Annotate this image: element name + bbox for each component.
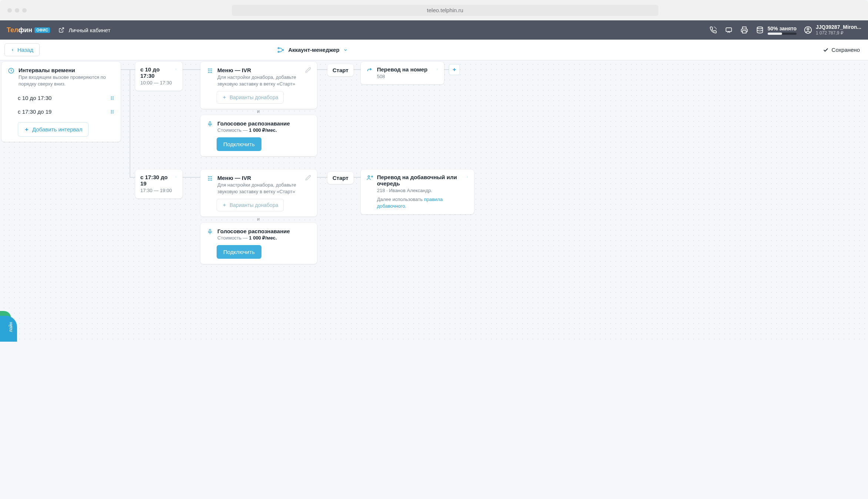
user-icon (804, 26, 812, 34)
transfer-ext-title: Перевод на добавочный или очередь (377, 174, 462, 187)
usage-bar (768, 33, 797, 35)
svg-point-18 (113, 111, 113, 112)
svg-point-36 (437, 70, 438, 70)
transfer-ext-next: Далее использовать правила добавочного. (377, 196, 462, 210)
svg-point-51 (467, 176, 468, 177)
node-transfer-extension[interactable]: Перевод на добавочный или очередь 218 · … (361, 170, 474, 214)
back-label: Назад (17, 47, 33, 53)
node-slot[interactable]: с 17:30 до 19 17:30 — 19:00 (135, 170, 183, 198)
more-menu-icon[interactable] (174, 174, 177, 180)
interval-item[interactable]: с 10 до 17:30 (18, 91, 115, 105)
account-balance: 1 072 787,9 ₽ (816, 30, 861, 36)
node-ivr: Меню — IVR Для настройки донабора, добав… (200, 170, 317, 217)
svg-point-17 (111, 111, 112, 112)
more-menu-icon[interactable] (436, 66, 439, 72)
variants-button[interactable]: Варианты донабора (217, 91, 284, 104)
svg-point-28 (210, 70, 211, 71)
more-menu-icon[interactable] (174, 66, 177, 72)
chat-icon[interactable] (725, 26, 733, 34)
voice-title: Голосовое распознавание (217, 120, 311, 127)
svg-point-45 (211, 178, 212, 179)
edit-icon[interactable] (305, 175, 311, 181)
svg-point-12 (113, 98, 113, 98)
svg-point-26 (211, 68, 212, 70)
add-interval-button[interactable]: Добавить интервал (18, 122, 89, 137)
account-block[interactable]: JJQ39287_Miron... 1 072 787,9 ₽ (804, 24, 861, 36)
and-connector: и (257, 216, 260, 222)
svg-point-40 (208, 176, 209, 177)
svg-rect-0 (726, 28, 731, 31)
check-icon (823, 47, 829, 53)
svg-point-13 (111, 99, 112, 100)
cabinet-link[interactable]: Личный кабинет (57, 26, 110, 34)
intervals-subtitle: При входящем вызове проверяются по поряд… (19, 74, 115, 87)
edge (317, 69, 328, 70)
edge (444, 69, 449, 70)
plus-icon (24, 127, 29, 132)
transfer-value: 508 (377, 73, 432, 80)
node-start[interactable]: Старт (327, 172, 354, 184)
svg-point-27 (208, 70, 209, 71)
svg-point-7 (283, 49, 284, 50)
schema-selector[interactable]: Аккаунт-менеджер (277, 46, 347, 54)
svg-point-34 (437, 68, 438, 69)
plus-icon (452, 67, 457, 72)
svg-point-48 (211, 180, 212, 181)
svg-point-15 (111, 110, 112, 111)
svg-point-24 (208, 68, 209, 70)
url-bar[interactable]: teleo.telphin.ru (232, 5, 658, 16)
voice-title: Голосовое распознавание (217, 228, 311, 234)
edge (130, 177, 135, 178)
svg-point-19 (111, 113, 112, 113)
transfer-title: Перевод на номер (377, 66, 432, 73)
saved-label: Сохранено (832, 47, 860, 53)
account-name: JJQ39287_Miron... (816, 24, 861, 30)
call-icon[interactable] (709, 26, 717, 34)
traffic-dot (7, 8, 12, 13)
interval-item[interactable]: с 17:30 до 19 (18, 105, 115, 118)
print-icon[interactable] (740, 26, 748, 34)
drag-handle-icon[interactable] (110, 109, 115, 114)
node-start[interactable]: Старт (327, 64, 354, 76)
drag-handle-icon[interactable] (110, 96, 115, 101)
slot-range: 10:00 — 17:30 (140, 80, 174, 86)
more-menu-icon[interactable] (466, 174, 469, 180)
connect-button[interactable]: Подключить (217, 245, 261, 259)
clock-icon (7, 67, 15, 74)
node-ivr: Меню — IVR Для настройки донабора, добав… (200, 62, 317, 109)
svg-point-46 (208, 180, 209, 181)
voice-cost: Стоимость — 1 000 ₽/мес. (217, 235, 311, 241)
svg-point-31 (210, 72, 211, 73)
svg-point-44 (210, 178, 211, 179)
svg-point-25 (210, 68, 211, 70)
back-button[interactable]: Назад (4, 43, 40, 56)
usage-block[interactable]: 50% занято (756, 26, 797, 35)
ivr-subtitle: Для настройки донабора, добавьте звукову… (217, 182, 301, 195)
intervals-title: Интервалы времени (19, 67, 115, 73)
forward-arrow-icon (366, 66, 373, 74)
subbar: Назад Аккаунт-менеджер Сохранено (0, 40, 868, 60)
add-node-button[interactable] (449, 64, 460, 75)
svg-point-42 (211, 176, 212, 177)
node-voice-recognition: Голосовое распознавание Стоимость — 1 00… (200, 223, 317, 264)
schema-icon (277, 46, 284, 54)
svg-point-43 (208, 178, 209, 179)
connect-button[interactable]: Подключить (217, 137, 261, 151)
node-transfer-number[interactable]: Перевод на номер 508 (361, 62, 444, 84)
svg-rect-33 (209, 121, 211, 124)
node-voice-recognition: Голосовое распознавание Стоимость — 1 00… (200, 115, 317, 156)
node-slot[interactable]: с 10 до 17:30 10:00 — 17:30 (135, 62, 183, 91)
voice-cost: Стоимость — 1 000 ₽/мес. (217, 127, 311, 133)
logo[interactable]: Телфин ОФИС (7, 26, 50, 34)
edge (182, 177, 201, 178)
variants-button[interactable]: Варианты донабора (217, 199, 284, 211)
browser-chrome: teleo.telphin.ru (0, 0, 868, 20)
canvas[interactable]: Интервалы времени При входящем вызове пр… (0, 60, 868, 342)
ivr-title: Меню — IVR (217, 175, 301, 181)
topbar: Телфин ОФИС Личный кабинет 50% занято JJ… (0, 20, 868, 40)
svg-point-35 (437, 69, 438, 70)
svg-point-10 (113, 96, 113, 97)
edit-icon[interactable] (305, 67, 311, 73)
online-widget-label: лайн (8, 322, 13, 332)
svg-point-9 (111, 96, 112, 97)
